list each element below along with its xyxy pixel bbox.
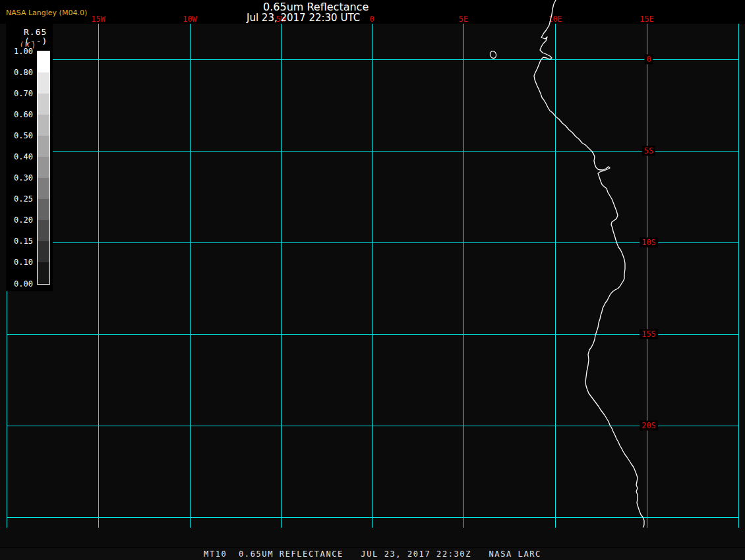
branding-text: NASA Langley (M04.0): [6, 9, 87, 17]
page-title: 0.65um Reflectance: [263, 1, 369, 13]
status-bar-text: MT10 0.65UM REFLECTANCE JUL 23, 2017 22:…: [204, 549, 541, 559]
coastline-path: [534, 0, 644, 527]
island-outline: [489, 51, 497, 59]
coastline-svg: [0, 0, 745, 560]
satellite-display: 15W10W5W05E10E15E05S10S15S20S R.65 (--) …: [0, 0, 745, 560]
timestamp: Jul 23, 2017 22:30 UTC: [247, 13, 360, 23]
